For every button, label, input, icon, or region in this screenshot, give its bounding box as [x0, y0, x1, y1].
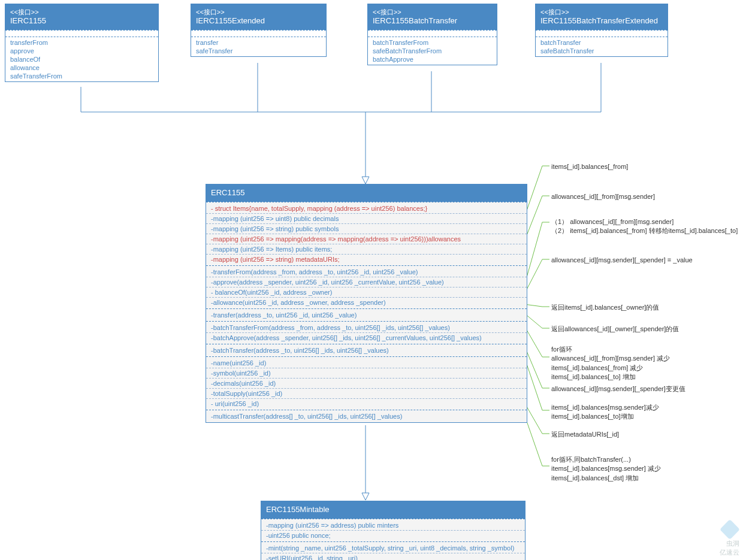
annotation-line: items[_id].balances[_to] 增加: [551, 373, 670, 382]
method: transfer: [191, 38, 326, 47]
watermark: 虫洞 亿速云: [720, 522, 739, 556]
method: -batchTransferFrom(address _from, addres…: [206, 323, 527, 333]
annotation-line: allowances[_id][msg.sender][_spender] = …: [551, 256, 693, 265]
annotation-line: 返回metadataURIs[_id]: [551, 430, 619, 439]
method: -name(uint256 _id): [206, 358, 527, 368]
field: -mapping (uint256 => string) public symb…: [206, 224, 527, 234]
method-group: -transferFrom(address _from, address _to…: [206, 265, 527, 308]
annotation-line: items[_id].balances[_from]: [551, 162, 628, 171]
method: approve: [5, 47, 158, 55]
annotation-note: for循环,同batchTransfer(...)items[_id].bala…: [551, 455, 661, 483]
annotation-note: for循环allowances[_id][_from][msg.sender] …: [551, 345, 670, 382]
annotation-note: 返回metadataURIs[_id]: [551, 430, 619, 439]
method: balanceOf: [5, 55, 158, 63]
method: - balanceOf(uint256 _id, address _owner): [206, 287, 527, 298]
annotation-line: allowances[_id][_from][msg.sender] 减少: [551, 354, 670, 363]
annotation-line: allowances[_id][_from][msg.sender]: [551, 192, 655, 201]
annotation-line: （1） allowances[_id][_from][msg.sender]: [551, 217, 738, 226]
field: -mapping (uint256 => Items) public items…: [206, 244, 527, 255]
field: -mapping (uint256 => address) public min…: [261, 520, 525, 531]
annotation-line: for循环: [551, 345, 670, 354]
field: -uint256 public nonce;: [261, 531, 525, 540]
annotation-line: 返回items[_id].balances[_owner]的值: [551, 303, 659, 312]
class-name: ERC1155Mintable: [266, 505, 520, 515]
annotation-line: items[_id].balances[_to]增加: [551, 412, 659, 421]
annotation-note: （1） allowances[_id][_from][msg.sender]（2…: [551, 217, 738, 236]
method: -mint(string _name, uint256 _totalSupply…: [261, 543, 525, 553]
method: -batchTransfer(address _to, uint256[] _i…: [206, 346, 527, 355]
field: - struct Items{name, totalSupply, mappin…: [206, 204, 527, 214]
method: safeBatchTransferFrom: [368, 47, 497, 55]
annotation-note: allowances[_id][_from][msg.sender]: [551, 192, 655, 201]
svg-marker-6: [362, 177, 369, 184]
method: -totalSupply(uint256 _id): [206, 389, 527, 399]
method: -allowance(uint256 _id, address _owner, …: [206, 298, 527, 307]
annotation-note: 返回allowances[_id][_owner][_spender]的值: [551, 325, 679, 334]
annotation-line: for循环,同batchTransfer(...): [551, 455, 661, 464]
annotation-note: allowances[_id][msg.sender][_spender] = …: [551, 256, 693, 265]
iface-ierc1155batchtransfer: <<接口>>IERC1155BatchTransfer batchTransfe…: [367, 4, 497, 65]
method: batchTransferFrom: [368, 38, 497, 47]
method: safeTransfer: [191, 47, 326, 55]
annotation-note: allowances[_id][msg.sender][_spender]变更值: [551, 385, 685, 393]
class-name: ERC1155: [211, 188, 522, 198]
annotation-line: items[_id].balances[_from] 减少: [551, 364, 670, 373]
method: allowance: [5, 63, 158, 72]
method: batchTransfer: [536, 38, 668, 47]
method: -multicastTransfer(address[] _to, uint25…: [206, 411, 527, 421]
method: transferFrom: [5, 38, 158, 47]
annotation-line: allowances[_id][msg.sender][_spender]变更值: [551, 385, 685, 393]
method: -symbol(uint256 _id): [206, 368, 527, 379]
annotation-note: items[_id].balances[_from]: [551, 162, 628, 171]
method: safeBatchTransfer: [536, 47, 668, 55]
method-list: transferFrom approve balanceOf allowance…: [5, 37, 158, 81]
method: -setURI(uint256 _id, string _uri): [261, 553, 525, 560]
class-name: IERC1155: [10, 16, 153, 26]
class-erc1155mintable: ERC1155Mintable -mapping (uint256 => add…: [261, 501, 525, 560]
annotation-line: 返回allowances[_id][_owner][_spender]的值: [551, 325, 679, 334]
iface-ierc1155extended: <<接口>>IERC1155Extended transfer safeTran…: [191, 4, 327, 57]
annotation-line: items[_id].balances[_dst] 增加: [551, 474, 661, 483]
annotation-note: 返回items[_id].balances[_owner]的值: [551, 303, 659, 312]
annotation-note: items[_id].balances[msg.sender]减少items[_…: [551, 403, 659, 422]
stereotype: <<接口>>: [10, 8, 153, 16]
field: -mapping (uint256 => string) metadataURI…: [206, 255, 527, 264]
method: -decimals(uint256 _id): [206, 379, 527, 389]
annotation-line: items[_id].balances[msg.sender]减少: [551, 403, 659, 412]
iface-ierc1155: <<接口>>IERC1155 transferFrom approve bala…: [5, 4, 159, 82]
method: -approve(address _spender, uint256 _id, …: [206, 277, 527, 287]
field: -mapping (uint256 => uint8) public decim…: [206, 214, 527, 224]
svg-marker-8: [362, 493, 369, 500]
method: -batchApprove(address _spender, uint256[…: [206, 333, 527, 343]
method: -transferFrom(address _from, address _to…: [206, 267, 527, 277]
method: safeTransferFrom: [5, 72, 158, 80]
field-list: - struct Items{name, totalSupply, mappin…: [206, 202, 527, 265]
field: -mapping (uint256 => mapping(address => …: [206, 234, 527, 244]
class-erc1155: ERC1155 - struct Items{name, totalSupply…: [206, 184, 527, 423]
annotation-line: （2） items[_id].balances[_from] 转移给items[…: [551, 226, 738, 235]
method: batchApprove: [368, 55, 497, 63]
method: -transfer(address _to, uint256 _id, uint…: [206, 310, 527, 320]
iface-ierc1155batchtransferextended: <<接口>>IERC1155BatchTransferExtended batc…: [535, 4, 668, 57]
method: - uri(uint256 _id): [206, 399, 527, 408]
annotation-line: items[_id].balances[msg.sender] 减少: [551, 464, 661, 473]
